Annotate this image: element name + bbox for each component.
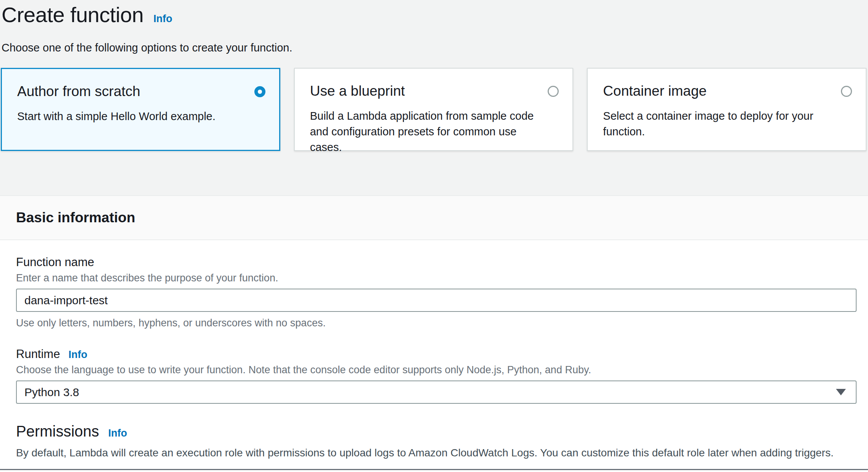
permissions-title: Permissions	[16, 423, 99, 440]
runtime-field-block: Runtime Info Choose the language to use …	[16, 347, 857, 404]
runtime-select[interactable]: Python 3.8	[16, 380, 857, 404]
function-name-label: Function name	[16, 255, 857, 269]
function-name-description: Enter a name that describes the purpose …	[16, 272, 857, 284]
card-description: Select a container image to deploy for y…	[603, 108, 852, 140]
runtime-description: Choose the language to use to write your…	[16, 364, 857, 376]
runtime-info-link[interactable]: Info	[68, 349, 87, 361]
page-header: Create function Info Choose one of the f…	[0, 0, 868, 54]
card-top: Author from scratch	[17, 83, 265, 100]
card-top: Use a blueprint	[310, 83, 559, 99]
page-title: Create function	[2, 2, 143, 27]
basic-information-header: Basic information	[0, 195, 868, 240]
card-top: Container image	[603, 83, 852, 99]
permissions-header: Permissions Info	[16, 423, 857, 440]
chevron-down-icon	[836, 389, 846, 395]
card-title: Container image	[603, 83, 706, 99]
title-info-link[interactable]: Info	[153, 13, 172, 25]
creation-option-cards: Author from scratch Start with a simple …	[1, 68, 866, 151]
runtime-label-row: Runtime Info	[16, 347, 857, 361]
page-subtitle: Choose one of the following options to c…	[2, 42, 866, 54]
card-use-a-blueprint[interactable]: Use a blueprint Build a Lambda applicati…	[294, 68, 574, 151]
bottom-divider	[0, 469, 868, 470]
card-title: Author from scratch	[17, 83, 140, 100]
permissions-description: By default, Lambda will create an execut…	[16, 447, 857, 459]
function-name-constraint: Use only letters, numbers, hyphens, or u…	[16, 317, 857, 329]
card-description: Build a Lambda application from sample c…	[310, 108, 559, 155]
radio-checked-icon[interactable]	[254, 86, 265, 97]
card-container-image[interactable]: Container image Select a container image…	[587, 68, 866, 151]
radio-unchecked-icon[interactable]	[841, 86, 852, 97]
radio-unchecked-icon[interactable]	[548, 86, 559, 97]
runtime-label: Runtime	[16, 347, 60, 361]
permissions-info-link[interactable]: Info	[108, 427, 127, 439]
function-name-field-block: Function name Enter a name that describe…	[16, 255, 857, 329]
basic-information-title: Basic information	[16, 210, 135, 226]
basic-information-body: Function name Enter a name that describe…	[0, 240, 868, 472]
function-name-input[interactable]	[16, 289, 857, 312]
basic-information-panel: Basic information Function name Enter a …	[0, 195, 868, 472]
card-author-from-scratch[interactable]: Author from scratch Start with a simple …	[1, 68, 280, 151]
title-row: Create function Info	[2, 2, 866, 27]
card-description: Start with a simple Hello World example.	[17, 109, 265, 124]
card-title: Use a blueprint	[310, 83, 405, 99]
runtime-selected-value: Python 3.8	[24, 386, 79, 399]
